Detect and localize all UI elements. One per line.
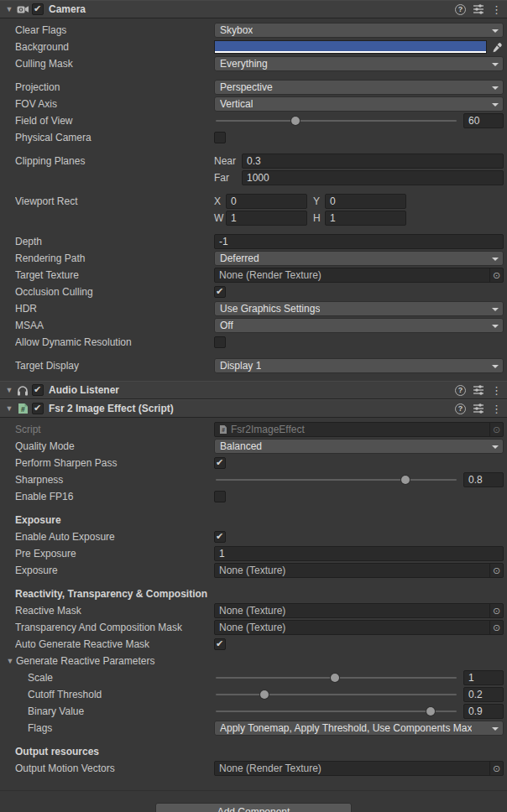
foldout-arrow-icon[interactable]: ▼	[3, 5, 15, 13]
row-cutoff-threshold: Cutoff Threshold 0.2	[0, 686, 507, 703]
culling-mask-dropdown[interactable]: Everything	[214, 56, 504, 71]
field-label: Clear Flags	[15, 24, 214, 36]
more-menu-icon[interactable]: ⋮	[491, 403, 502, 414]
enable-auto-exposure-checkbox[interactable]	[214, 531, 226, 543]
perform-sharpen-pass-checkbox[interactable]	[214, 457, 226, 469]
foldout-label[interactable]: Generate Reactive Parameters	[16, 655, 209, 667]
dropdown-arrow-icon	[492, 86, 499, 90]
object-picker-icon[interactable]: ⊙	[489, 423, 503, 436]
fov-axis-dropdown[interactable]: Vertical	[214, 96, 504, 112]
object-picker-icon[interactable]: ⊙	[489, 564, 503, 577]
target-display-dropdown[interactable]: Display 1	[214, 358, 504, 373]
flags-dropdown[interactable]: Apply Tonemap, Apply Threshold, Use Comp…	[214, 721, 504, 736]
svg-text:#: #	[20, 405, 24, 414]
object-picker-icon[interactable]: ⊙	[489, 604, 503, 617]
field-label: Exposure	[15, 565, 214, 576]
dropdown-arrow-icon	[492, 727, 499, 731]
viewport-y-field[interactable]: 0	[325, 194, 406, 209]
row-background: Background	[0, 39, 507, 55]
camera-enabled-checkbox[interactable]	[32, 3, 44, 15]
slider-thumb[interactable]	[426, 707, 435, 716]
more-menu-icon[interactable]: ⋮	[491, 4, 502, 15]
transparency-composition-mask-field[interactable]: None (Texture) ⊙	[214, 620, 504, 635]
viewport-x-field[interactable]: 0	[226, 194, 307, 209]
near-clip-field[interactable]: 0.3	[242, 154, 504, 169]
row-reactive-mask: Reactive Mask None (Texture) ⊙	[0, 602, 507, 619]
far-clip-field[interactable]: 1000	[242, 170, 504, 185]
cutoff-threshold-slider[interactable]	[214, 687, 458, 702]
target-texture-field[interactable]: None (Render Texture) ⊙	[214, 268, 504, 283]
sharpness-slider[interactable]	[214, 472, 458, 487]
scale-value-field[interactable]: 1	[463, 670, 504, 685]
field-label: Binary Value	[28, 705, 214, 717]
row-quality-mode: Quality Mode Balanced	[0, 438, 507, 455]
x-label: X	[214, 195, 226, 207]
help-icon[interactable]: ?	[455, 403, 466, 414]
field-label: Scale	[28, 672, 214, 684]
cutoff-threshold-value-field[interactable]: 0.2	[463, 687, 504, 702]
row-msaa: MSAA Off	[0, 317, 507, 334]
reactive-mask-field[interactable]: None (Texture) ⊙	[214, 603, 504, 618]
slider-thumb[interactable]	[401, 476, 410, 484]
script-mini-icon: #	[219, 424, 227, 435]
slider-track	[216, 694, 457, 695]
help-icon[interactable]: ?	[455, 385, 466, 396]
presets-icon[interactable]	[473, 403, 484, 414]
viewport-w-field[interactable]: 1	[226, 211, 307, 226]
slider-thumb[interactable]	[291, 117, 300, 125]
allow-dynamic-resolution-checkbox[interactable]	[214, 336, 226, 348]
object-picker-icon[interactable]: ⊙	[489, 762, 503, 775]
row-transparency-mask: Transparency And Composition Mask None (…	[0, 619, 507, 636]
object-picker-icon[interactable]: ⊙	[489, 621, 503, 634]
field-of-view-slider[interactable]	[214, 113, 458, 128]
clear-flags-dropdown[interactable]: Skybox	[214, 23, 504, 38]
slider-thumb[interactable]	[260, 690, 269, 699]
viewport-h-field[interactable]: 1	[325, 211, 406, 226]
projection-dropdown[interactable]: Perspective	[214, 80, 504, 95]
sharpness-value-field[interactable]: 0.8	[463, 472, 504, 487]
output-motion-vectors-field[interactable]: None (Render Texture) ⊙	[214, 761, 504, 776]
h-label: H	[313, 212, 325, 224]
rendering-path-dropdown[interactable]: Deferred	[214, 251, 504, 266]
presets-icon[interactable]	[473, 4, 484, 14]
field-of-view-value-field[interactable]: 60	[463, 113, 504, 128]
field-label: Flags	[28, 722, 214, 734]
foldout-arrow-icon[interactable]: ▼	[3, 404, 15, 413]
add-component-button[interactable]: Add Component	[155, 803, 352, 812]
object-field-value: None (Texture)	[219, 565, 488, 576]
hdr-dropdown[interactable]: Use Graphics Settings	[214, 301, 504, 316]
row-allow-dynamic-resolution: Allow Dynamic Resolution	[0, 334, 507, 351]
fsr2-component-body: Script # Fsr2ImageEffect ⊙ Quality Mode …	[0, 418, 507, 783]
background-color-swatch[interactable]	[214, 40, 487, 54]
audio-listener-enabled-checkbox[interactable]	[32, 384, 44, 396]
section-reactivity: Reactivity, Transparency & Composition	[0, 586, 507, 602]
script-reference-field[interactable]: # Fsr2ImageEffect ⊙	[214, 422, 504, 437]
fsr2-enabled-checkbox[interactable]	[32, 403, 44, 414]
more-menu-icon[interactable]: ⋮	[491, 385, 502, 396]
occlusion-culling-checkbox[interactable]	[214, 286, 226, 298]
y-label: Y	[313, 195, 325, 207]
msaa-dropdown[interactable]: Off	[214, 318, 504, 333]
object-picker-icon[interactable]: ⊙	[489, 268, 503, 282]
dropdown-value: Vertical	[220, 98, 253, 110]
foldout-arrow-icon[interactable]: ▼	[4, 657, 16, 665]
slider-thumb[interactable]	[331, 674, 339, 682]
quality-mode-dropdown[interactable]: Balanced	[214, 439, 504, 454]
physical-camera-checkbox[interactable]	[214, 132, 226, 143]
presets-icon[interactable]	[473, 385, 484, 395]
help-icon[interactable]: ?	[455, 4, 466, 15]
eyedropper-icon[interactable]	[491, 42, 504, 53]
binary-value-field[interactable]: 0.9	[463, 704, 504, 719]
row-scale: Scale 1	[0, 669, 507, 686]
auto-generate-reactive-mask-checkbox[interactable]	[214, 638, 226, 650]
field-label: Depth	[15, 236, 214, 247]
depth-field[interactable]: -1	[214, 234, 504, 249]
pre-exposure-field[interactable]: 1	[214, 546, 504, 561]
field-label: HDR	[15, 303, 214, 315]
exposure-texture-field[interactable]: None (Texture) ⊙	[214, 563, 504, 578]
foldout-arrow-icon[interactable]: ▼	[3, 386, 15, 394]
row-output-motion-vectors: Output Motion Vectors None (Render Textu…	[0, 760, 507, 777]
scale-slider[interactable]	[214, 670, 458, 685]
binary-value-slider[interactable]	[214, 704, 458, 719]
enable-fp16-checkbox[interactable]	[214, 491, 226, 502]
